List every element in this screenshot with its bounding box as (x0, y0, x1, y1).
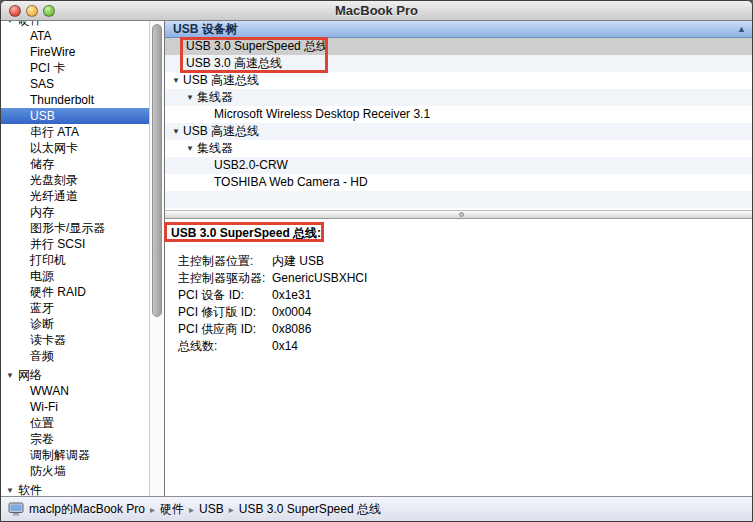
sidebar-list: ▼硬件ATAFireWirePCI 卡SASThunderboltUSB串行 A… (1, 21, 149, 496)
tree-row[interactable]: ▼USB 高速总线 (165, 72, 752, 89)
window-controls (9, 5, 55, 17)
detail-field: PCI 供应商 ID:0x8086 (165, 321, 752, 338)
panel-splitter[interactable] (165, 210, 752, 219)
sidebar-item[interactable]: 电源 (1, 268, 149, 284)
sidebar-item[interactable]: 图形卡/显示器 (1, 220, 149, 236)
tree-row-label: 集线器 (197, 141, 233, 155)
sidebar-item[interactable]: 防火墙 (1, 463, 149, 479)
tree-row[interactable]: ▼集线器 (165, 89, 752, 106)
device-tree-rows: USB 3.0 SuperSpeed 总线USB 3.0 高速总线▼USB 高速… (165, 38, 752, 210)
tree-row[interactable]: TOSHIBA Web Camera - HD (165, 174, 752, 191)
sidebar-item[interactable]: SAS (1, 76, 149, 92)
sidebar-item[interactable]: 宗卷 (1, 431, 149, 447)
tree-row-label: TOSHIBA Web Camera - HD (214, 175, 368, 189)
detail-field-label: 总线数: (178, 338, 272, 355)
window-content: ▼硬件ATAFireWirePCI 卡SASThunderboltUSB串行 A… (1, 21, 752, 496)
tree-row[interactable]: USB 3.0 高速总线 (165, 55, 752, 72)
main-panel: USB 设备树 ▲ USB 3.0 SuperSpeed 总线USB 3.0 高… (165, 21, 752, 496)
detail-field-label: PCI 修订版 ID: (178, 304, 272, 321)
triangle-down-icon: ▼ (186, 140, 197, 157)
detail-field-value: 0x0004 (272, 304, 311, 321)
sidebar-scrollbar[interactable] (149, 21, 164, 496)
detail-field-label: PCI 供应商 ID: (178, 321, 272, 338)
detail-field-label: 主控制器位置: (178, 253, 272, 270)
detail-field: PCI 设备 ID:0x1e31 (165, 287, 752, 304)
sidebar-item[interactable]: 读卡器 (1, 332, 149, 348)
sidebar-section[interactable]: ▼硬件 (1, 21, 149, 28)
detail-field: 主控制器驱动器:GenericUSBXHCI (165, 270, 752, 287)
sidebar-item[interactable]: 硬件 RAID (1, 284, 149, 300)
sidebar-item[interactable]: 打印机 (1, 252, 149, 268)
device-tree-header[interactable]: USB 设备树 ▲ (165, 21, 752, 38)
splitter-handle-icon (459, 212, 464, 217)
detail-field-label: 主控制器驱动器: (178, 270, 272, 287)
sidebar-item[interactable]: 以太网卡 (1, 140, 149, 156)
sidebar-item[interactable]: 串行 ATA (1, 124, 149, 140)
title-bar[interactable]: MacBook Pro (1, 1, 752, 21)
breadcrumb-separator-icon: ▸ (189, 504, 194, 515)
sidebar-scrollbar-thumb[interactable] (152, 24, 162, 317)
detail-field-value: 0x14 (272, 338, 298, 355)
minimize-button[interactable] (26, 5, 38, 17)
breadcrumb-item[interactable]: USB 3.0 SuperSpeed 总线 (239, 502, 381, 516)
tree-row[interactable]: Microsoft Wireless Desktop Receiver 3.1 (165, 106, 752, 123)
breadcrumb: maclp的MacBook Pro▸硬件▸USB▸USB 3.0 SuperSp… (29, 501, 381, 518)
tree-row-label: USB 高速总线 (183, 124, 259, 138)
sidebar-item[interactable]: 位置 (1, 415, 149, 431)
tree-row[interactable]: ▼USB 高速总线 (165, 123, 752, 140)
triangle-down-icon: ▼ (6, 368, 18, 384)
detail-panel: USB 3.0 SuperSpeed 总线: 主控制器位置:内建 USB主控制器… (165, 219, 752, 496)
breadcrumb-item[interactable]: maclp的MacBook Pro (29, 502, 145, 516)
sidebar-item[interactable]: PCI 卡 (1, 60, 149, 76)
sidebar-item[interactable]: 诊断 (1, 316, 149, 332)
sidebar-item[interactable]: 音频 (1, 348, 149, 364)
close-button[interactable] (9, 5, 21, 17)
breadcrumb-separator-icon: ▸ (150, 504, 155, 515)
detail-field: 主控制器位置:内建 USB (165, 253, 752, 270)
window-title: MacBook Pro (1, 1, 752, 21)
sidebar-item[interactable]: Thunderbolt (1, 92, 149, 108)
sidebar-item[interactable]: FireWire (1, 44, 149, 60)
tree-row-label: USB 高速总线 (183, 73, 259, 87)
tree-row-label: 集线器 (197, 90, 233, 104)
device-tree-header-label: USB 设备树 (173, 22, 238, 36)
tree-row[interactable]: ▼集线器 (165, 140, 752, 157)
tree-row-label: Microsoft Wireless Desktop Receiver 3.1 (214, 107, 430, 121)
detail-field: PCI 修订版 ID:0x0004 (165, 304, 752, 321)
sidebar-section-label: 硬件 (18, 21, 42, 27)
tree-row-label: USB 3.0 高速总线 (186, 56, 282, 70)
sidebar-item[interactable]: WWAN (1, 383, 149, 399)
detail-fields: 主控制器位置:内建 USB主控制器驱动器:GenericUSBXHCIPCI 设… (165, 253, 752, 355)
sidebar-item[interactable]: 蓝牙 (1, 300, 149, 316)
triangle-down-icon: ▼ (172, 72, 183, 89)
sidebar-item[interactable]: 光纤通道 (1, 188, 149, 204)
sidebar-item[interactable]: ATA (1, 28, 149, 44)
computer-icon (8, 502, 24, 516)
detail-field-value: 0x1e31 (272, 287, 311, 304)
tree-row[interactable]: USB2.0-CRW (165, 157, 752, 174)
sidebar-item[interactable]: 光盘刻录 (1, 172, 149, 188)
sidebar-item[interactable]: 内存 (1, 204, 149, 220)
detail-field-value: GenericUSBXHCI (272, 270, 367, 287)
sidebar-section[interactable]: ▼软件 (1, 482, 149, 496)
breadcrumb-item[interactable]: 硬件 (160, 502, 184, 516)
tree-row-label: USB 3.0 SuperSpeed 总线 (186, 39, 328, 53)
triangle-down-icon: ▼ (6, 21, 18, 29)
breadcrumb-separator-icon: ▸ (229, 504, 234, 515)
sidebar-item[interactable]: 储存 (1, 156, 149, 172)
sidebar-section[interactable]: ▼网络 (1, 367, 149, 383)
zoom-button[interactable] (43, 5, 55, 17)
sidebar-item[interactable]: 并行 SCSI (1, 236, 149, 252)
breadcrumb-item[interactable]: USB (199, 502, 224, 516)
tree-row[interactable]: USB 3.0 SuperSpeed 总线 (165, 38, 752, 55)
detail-field: 总线数:0x14 (165, 338, 752, 355)
sidebar-item[interactable]: USB (1, 108, 149, 124)
detail-title: USB 3.0 SuperSpeed 总线: (171, 226, 752, 241)
triangle-down-icon: ▼ (172, 123, 183, 140)
sidebar-item[interactable]: Wi-Fi (1, 399, 149, 415)
sidebar: ▼硬件ATAFireWirePCI 卡SASThunderboltUSB串行 A… (1, 21, 165, 496)
detail-field-label: PCI 设备 ID: (178, 287, 272, 304)
system-information-window: MacBook Pro ▼硬件ATAFireWirePCI 卡SASThunde… (0, 0, 753, 522)
sidebar-item[interactable]: 调制解调器 (1, 447, 149, 463)
triangle-down-icon: ▼ (6, 483, 18, 496)
